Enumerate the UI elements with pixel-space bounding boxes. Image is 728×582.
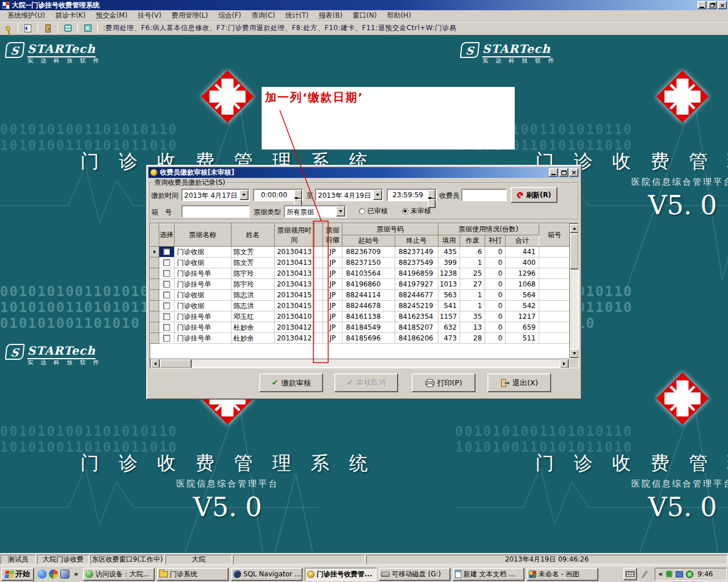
column-header-person[interactable]: 姓名 <box>231 224 274 247</box>
key-toolbar-button[interactable] <box>1 23 15 34</box>
menu-item-10[interactable]: 窗口(N) <box>348 10 382 22</box>
menu-item-9[interactable]: 报表(B) <box>313 10 348 22</box>
window-titlebar[interactable]: 大院--门诊挂号收费管理系统 × <box>0 0 728 10</box>
pen-icon[interactable] <box>642 570 648 578</box>
taskbar-task-notepad[interactable]: 新建 文本文档 ... <box>453 568 524 581</box>
restore-button[interactable] <box>708 1 717 9</box>
dialog-minimize-button[interactable] <box>549 168 558 177</box>
clipboard-toolbar-button[interactable] <box>21 23 35 34</box>
time-from-spinner[interactable]: 0:00:00 <box>253 189 303 201</box>
radio-unreviewed[interactable]: 未审核 <box>402 206 431 216</box>
table-row[interactable]: 门诊挂号单杜妙余20130412JP8418569684186206473280… <box>151 333 570 344</box>
window-toolbar-button[interactable] <box>61 23 75 34</box>
row-checkbox[interactable] <box>163 248 170 255</box>
dialog-maximize-button[interactable] <box>559 168 568 177</box>
table-row[interactable]: 门诊收据陈志洪20130415JP88244678882452195411054… <box>151 301 570 311</box>
table-row[interactable]: 门诊挂号单陈宇玲20130413JP8419686084197927101327… <box>151 279 570 290</box>
column-group-number[interactable]: 票据号码 <box>342 224 439 235</box>
column-header-reprint[interactable]: 补打 <box>485 235 506 247</box>
chevron-down-icon[interactable] <box>336 206 345 217</box>
taskbar-task-device-access[interactable]: 访问设备：大院... <box>83 568 155 581</box>
row-checkbox[interactable] <box>163 281 170 288</box>
tray-monitor-icon[interactable] <box>686 571 693 578</box>
table-row[interactable]: 门诊收据陈志洪20130415JP88244114882446775631056… <box>151 290 570 301</box>
menu-item-7[interactable]: 查询(C) <box>246 10 280 22</box>
menu-item-3[interactable]: 预交金(M) <box>90 10 133 22</box>
date-from-combobox[interactable]: 2013年 4月17日 <box>181 189 250 201</box>
column-header-select[interactable]: 选择 <box>159 224 175 247</box>
row-checkbox[interactable] <box>163 259 170 266</box>
messenger-icon[interactable] <box>38 569 47 579</box>
audit-button[interactable]: ✔ 缴款审核 <box>259 373 323 392</box>
row-checkbox[interactable] <box>163 270 170 277</box>
menu-item-6[interactable]: 综合(F) <box>213 10 246 22</box>
explorer-icon[interactable] <box>60 569 69 579</box>
taskbar-task-paint[interactable]: 未命名 - 画图 <box>527 568 598 581</box>
dialog-titlebar[interactable]: 收费员缴款审核[未审核] × <box>148 167 580 178</box>
menu-item-8[interactable]: 统计(T) <box>280 10 314 22</box>
tray-chevron[interactable]: « <box>659 570 663 578</box>
menu-item-11[interactable]: 帮助(H) <box>382 10 416 22</box>
refresh-button[interactable]: 刷新(R) <box>511 187 557 203</box>
column-header-empty[interactable] <box>315 224 323 247</box>
vertical-scroll-thumb[interactable] <box>570 233 579 269</box>
scroll-up-icon[interactable] <box>570 224 579 233</box>
menu-item-2[interactable]: 就诊卡(K) <box>50 10 90 22</box>
close-toolbar-button[interactable]: × <box>81 23 94 34</box>
chevron-down-icon[interactable] <box>239 190 249 200</box>
table-row[interactable]: 门诊挂号单邓玉红20130410JP8416113884162354115735… <box>151 311 570 322</box>
table-row[interactable]: 门诊挂号单陈宇玲20130413JP8410356484196859123825… <box>151 268 570 279</box>
dialog-close-button[interactable]: × <box>569 168 578 177</box>
table-row[interactable]: 门诊挂号单杜妙余20130412JP8418454984185207632130… <box>151 322 570 333</box>
row-checkbox[interactable] <box>163 335 170 342</box>
cashier-input[interactable] <box>461 189 507 201</box>
scroll-left-icon[interactable] <box>151 359 160 368</box>
windows-flag-icon <box>5 571 14 578</box>
quicklaunch-overflow-chevron[interactable]: » <box>73 570 80 578</box>
horizontal-scroll-thumb[interactable] <box>160 359 192 368</box>
time-to-spinner[interactable]: 23:59:59 <box>387 189 437 201</box>
column-group-usage[interactable]: 票据使用情况(份数) <box>438 224 539 235</box>
date-to-combobox[interactable]: 2013年 4月19日 <box>315 189 383 201</box>
column-header-used[interactable]: 填用 <box>438 235 460 247</box>
menu-item-5[interactable]: 费用管理(L) <box>167 10 213 22</box>
close-button[interactable]: × <box>718 1 727 9</box>
menu-item-4[interactable]: 挂号(V) <box>133 10 167 22</box>
keyboard-button[interactable] <box>623 568 637 580</box>
row-checkbox[interactable] <box>163 302 170 309</box>
radio-reviewed[interactable]: 已审核 <box>359 206 388 216</box>
column-header-voided[interactable]: 作废 <box>460 235 485 247</box>
exit-toolbar-button[interactable] <box>41 23 55 34</box>
tray-network-icon[interactable] <box>676 571 683 577</box>
column-header-end[interactable]: 终止号 <box>395 235 438 247</box>
vertical-scrollbar[interactable] <box>569 223 578 359</box>
taskbar-task-fee-app[interactable]: 门诊挂号收费管... <box>305 568 377 581</box>
ticket-type-combobox[interactable]: 所有票据 <box>284 205 346 218</box>
table-row[interactable]: 门诊收据陈文芳20130413JP88236709882371494356044… <box>151 247 570 257</box>
taskbar-task-sql-navigator[interactable]: SQL Navigator ... <box>231 568 303 581</box>
scroll-right-icon[interactable] <box>560 359 569 368</box>
horizontal-scrollbar[interactable] <box>150 359 569 368</box>
column-header-prefix[interactable]: 票据前缀 <box>323 224 342 247</box>
minimize-button[interactable] <box>697 1 706 9</box>
column-header-total[interactable]: 合计 <box>506 235 539 247</box>
media-player-icon[interactable] <box>49 569 58 579</box>
table-row[interactable]: 门诊收据陈文芳20130413JP88237150882375493991040… <box>151 257 570 268</box>
print-button[interactable]: 打印(P) <box>412 373 475 392</box>
taskbar-task-removable-disk[interactable]: 可移动磁盘 (G:) <box>379 568 450 581</box>
column-header-issue-time[interactable]: 票据领用时间 <box>274 224 314 247</box>
row-checkbox[interactable] <box>163 324 170 331</box>
menu-item-1[interactable]: 系统维护(U) <box>2 10 50 22</box>
column-header-box[interactable]: 箱号 <box>539 224 570 247</box>
column-header-name[interactable]: 票据名称 <box>175 224 231 247</box>
exit-button[interactable]: 退出(X) <box>487 373 551 392</box>
row-checkbox[interactable] <box>163 313 170 320</box>
chevron-down-icon[interactable] <box>373 190 382 200</box>
column-header-start[interactable]: 起始号 <box>342 235 395 247</box>
taskbar-task-folder[interactable]: 门诊系统 <box>157 568 229 581</box>
row-checkbox[interactable] <box>163 292 170 298</box>
box-number-input[interactable] <box>181 205 250 218</box>
start-button[interactable]: 开始 <box>1 568 34 581</box>
tray-shield-icon[interactable] <box>666 571 673 578</box>
scroll-down-icon[interactable] <box>570 349 579 358</box>
